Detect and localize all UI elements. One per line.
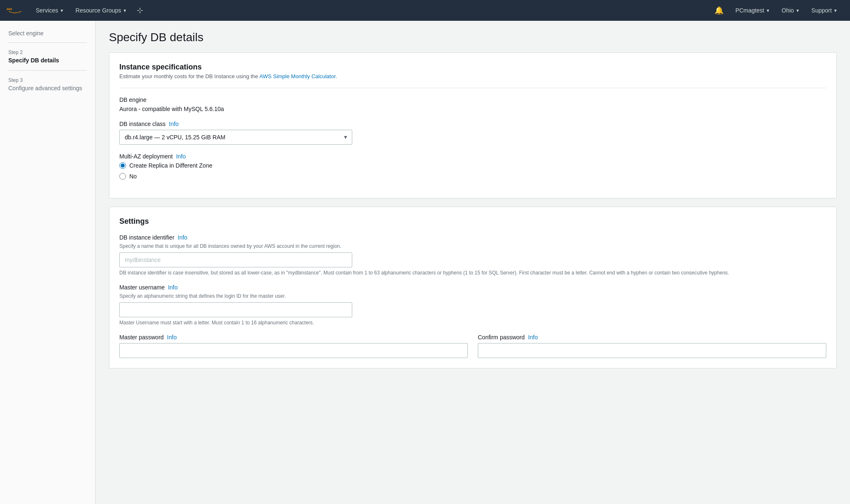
page-title: Specify DB details bbox=[109, 31, 837, 44]
services-caret-icon: ▼ bbox=[60, 8, 64, 13]
multi-az-label: Multi-AZ deployment Info bbox=[119, 153, 826, 160]
multi-az-info-link[interactable]: Info bbox=[176, 153, 185, 160]
sidebar-step3-label: Step 3 bbox=[0, 74, 95, 84]
db-identifier-label: DB instance identifier Info bbox=[119, 234, 826, 241]
db-instance-class-select-wrapper: db.r4.large — 2 vCPU, 15.25 GiB RAM db.r… bbox=[119, 130, 352, 145]
master-password-label: Master password Info bbox=[119, 334, 468, 341]
master-username-label: Master username Info bbox=[119, 284, 826, 291]
page-wrapper: Select engine Step 2 Specify DB details … bbox=[0, 21, 850, 504]
instance-specs-subtitle: Estimate your monthly costs for the DB I… bbox=[119, 73, 826, 79]
resource-groups-nav[interactable]: Resource Groups ▼ bbox=[70, 0, 133, 21]
multi-az-radio-group: Create Replica in Different Zone No bbox=[119, 162, 826, 180]
multi-az-replica-option[interactable]: Create Replica in Different Zone bbox=[119, 162, 826, 169]
svg-text:aws: aws bbox=[7, 7, 12, 10]
sidebar-item-select-engine[interactable]: Select engine bbox=[0, 27, 95, 39]
settings-card: Settings DB instance identifier Info Spe… bbox=[109, 207, 837, 368]
bookmarks-icon[interactable]: ⊹ bbox=[133, 6, 147, 15]
db-engine-group: DB engine Aurora - compatible with MySQL… bbox=[119, 96, 826, 112]
db-instance-class-info-link[interactable]: Info bbox=[169, 121, 178, 127]
db-identifier-group: DB instance identifier Info Specify a na… bbox=[119, 234, 826, 276]
region-menu[interactable]: Ohio ▼ bbox=[776, 0, 806, 21]
resource-groups-caret-icon: ▼ bbox=[123, 8, 127, 13]
password-row: Master password Info Confirm password In… bbox=[119, 334, 826, 358]
db-engine-label: DB engine bbox=[119, 96, 826, 103]
sidebar-divider-2 bbox=[8, 70, 87, 71]
services-nav[interactable]: Services ▼ bbox=[30, 0, 70, 21]
monthly-calculator-link[interactable]: AWS Simple Monthly Calculator bbox=[259, 73, 336, 79]
nav-right-section: 🔔 PCmagtest ▼ Ohio ▼ Support ▼ bbox=[709, 0, 843, 21]
instance-specs-title: Instance specifications bbox=[119, 63, 826, 72]
db-instance-class-label: DB instance class Info bbox=[119, 121, 826, 127]
confirm-password-group: Confirm password Info bbox=[478, 334, 826, 358]
user-caret-icon: ▼ bbox=[766, 8, 770, 13]
master-password-input[interactable] bbox=[119, 343, 468, 358]
db-identifier-hint: DB instance identifier is case insensiti… bbox=[119, 270, 826, 276]
notifications-bell-icon[interactable]: 🔔 bbox=[709, 6, 729, 15]
multi-az-no-radio[interactable] bbox=[119, 173, 126, 180]
region-caret-icon: ▼ bbox=[796, 8, 800, 13]
multi-az-group: Multi-AZ deployment Info Create Replica … bbox=[119, 153, 826, 180]
main-content: Specify DB details Instance specificatio… bbox=[96, 21, 850, 504]
confirm-password-label: Confirm password Info bbox=[478, 334, 826, 341]
multi-az-replica-radio[interactable] bbox=[119, 162, 126, 169]
db-identifier-info-link[interactable]: Info bbox=[178, 234, 187, 241]
sidebar-step2-title[interactable]: Specify DB details bbox=[0, 56, 95, 67]
sidebar-step2-label: Step 2 bbox=[0, 46, 95, 56]
db-engine-value: Aurora - compatible with MySQL 5.6.10a bbox=[119, 106, 826, 112]
master-username-hint: Master Username must start with a letter… bbox=[119, 320, 826, 326]
master-username-info-link[interactable]: Info bbox=[168, 284, 178, 291]
multi-az-no-option[interactable]: No bbox=[119, 173, 826, 180]
db-identifier-input[interactable] bbox=[119, 252, 352, 267]
user-menu[interactable]: PCmagtest ▼ bbox=[729, 0, 776, 21]
master-username-description: Specify an alphanumeric string that defi… bbox=[119, 293, 826, 299]
master-username-group: Master username Info Specify an alphanum… bbox=[119, 284, 826, 326]
confirm-password-input[interactable] bbox=[478, 343, 826, 358]
sidebar-divider-1 bbox=[8, 42, 87, 43]
db-instance-class-select[interactable]: db.r4.large — 2 vCPU, 15.25 GiB RAM db.r… bbox=[119, 130, 352, 145]
confirm-password-info-link[interactable]: Info bbox=[528, 334, 538, 341]
support-caret-icon: ▼ bbox=[833, 8, 838, 13]
specs-divider-1 bbox=[119, 88, 826, 88]
support-menu[interactable]: Support ▼ bbox=[806, 0, 843, 21]
top-navigation: aws Services ▼ Resource Groups ▼ ⊹ 🔔 PCm… bbox=[0, 0, 850, 21]
master-password-info-link[interactable]: Info bbox=[167, 334, 177, 341]
db-identifier-description: Specify a name that is unique for all DB… bbox=[119, 243, 826, 249]
master-username-input[interactable] bbox=[119, 302, 352, 317]
aws-logo[interactable]: aws bbox=[7, 5, 23, 15]
settings-title: Settings bbox=[119, 217, 826, 226]
sidebar: Select engine Step 2 Specify DB details … bbox=[0, 21, 96, 504]
db-instance-class-group: DB instance class Info db.r4.large — 2 v… bbox=[119, 121, 826, 145]
sidebar-step3-title[interactable]: Configure advanced settings bbox=[0, 84, 95, 95]
instance-specs-card: Instance specifications Estimate your mo… bbox=[109, 52, 837, 198]
master-password-group: Master password Info bbox=[119, 334, 468, 358]
